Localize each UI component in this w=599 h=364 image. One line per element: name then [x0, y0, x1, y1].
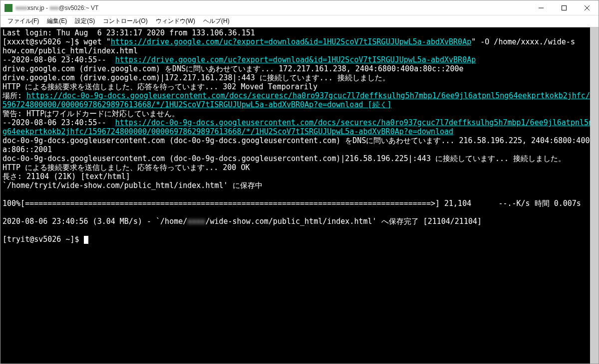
term-line: 場所: https://doc-0o-9g-docs.googleusercon…	[2, 91, 595, 109]
maximize-icon	[562, 5, 567, 10]
term-line: --2020-08-06 23:40:55-- https://drive.go…	[2, 55, 476, 64]
term-line: HTTP による接続要求を送信しました、応答を待っています... 302 Mov…	[2, 82, 317, 91]
url-link[interactable]: https://drive.google.com/uc?export=downl…	[115, 55, 476, 64]
menu-edit[interactable]: 編集(E)	[43, 16, 71, 26]
url-link[interactable]: https://doc-0o-9g-docs.googleusercontent…	[2, 91, 595, 109]
term-line: 2020-08-06 23:40:56 (3.04 MB/s) - `/home…	[2, 217, 482, 226]
term-line: how.com/public_html/index.html	[2, 46, 138, 55]
scroll-thumb[interactable]	[590, 27, 599, 364]
terminal[interactable]: Last login: Thu Aug 6 23:31:17 2020 from…	[0, 27, 599, 364]
scrollbar[interactable]	[590, 27, 599, 364]
term-line: 長さ: 21104 (21K) [text/html]	[2, 172, 130, 181]
progress-line: 100%[===================================…	[2, 199, 581, 208]
cursor	[84, 236, 88, 244]
term-line: Last login: Thu Aug 6 23:31:17 2020 from…	[2, 28, 255, 37]
minimize-icon	[539, 5, 544, 10]
titlebar: xxxxxsrv.jp - xxx@sv5026:~ VT	[0, 0, 599, 15]
term-line: HTTP による接続要求を送信しました、応答を待っています... 200 OK	[2, 163, 250, 172]
menu-window[interactable]: ウィンドウ(W)	[152, 16, 199, 26]
url-link[interactable]: https://drive.google.com/uc?export=downl…	[111, 37, 471, 46]
app-icon	[4, 4, 12, 12]
term-line: drive.google.com (drive.google.com) をDNS…	[2, 64, 464, 73]
term-line: [xxxxt@sv5026 ~]$ wget "https://drive.go…	[2, 37, 575, 46]
term-line: doc-0o-9g-docs.googleusercontent.com (do…	[2, 136, 590, 154]
minimize-button[interactable]	[530, 0, 553, 15]
svg-rect-1	[562, 5, 567, 10]
close-icon	[585, 5, 590, 10]
menubar: ファイル(F) 編集(E) 設定(S) コントロール(O) ウィンドウ(W) ヘ…	[0, 15, 599, 27]
menu-control[interactable]: コントロール(O)	[99, 16, 151, 26]
close-button[interactable]	[576, 0, 599, 15]
menu-file[interactable]: ファイル(F)	[3, 16, 43, 26]
term-line: drive.google.com (drive.google.com)|172.…	[2, 73, 390, 82]
term-line: doc-0o-9g-docs.googleusercontent.com (do…	[2, 154, 566, 163]
menu-help[interactable]: ヘルプ(H)	[199, 16, 234, 26]
window-title: xxxxxsrv.jp - xxx@sv5026:~ VT	[15, 4, 530, 11]
term-line: 警告: HTTPはワイルドカードに対応していません。	[2, 109, 179, 118]
term-line: `/home/tryit/wide-show.com/public_html/i…	[2, 181, 263, 190]
prompt-line: [tryit@sv5026 ~]$	[2, 235, 88, 244]
maximize-button[interactable]	[553, 0, 576, 15]
term-line: --2020-08-06 23:40:55-- https://doc-0o-9…	[2, 118, 593, 136]
window-controls	[530, 0, 599, 15]
menu-setting[interactable]: 設定(S)	[71, 16, 99, 26]
